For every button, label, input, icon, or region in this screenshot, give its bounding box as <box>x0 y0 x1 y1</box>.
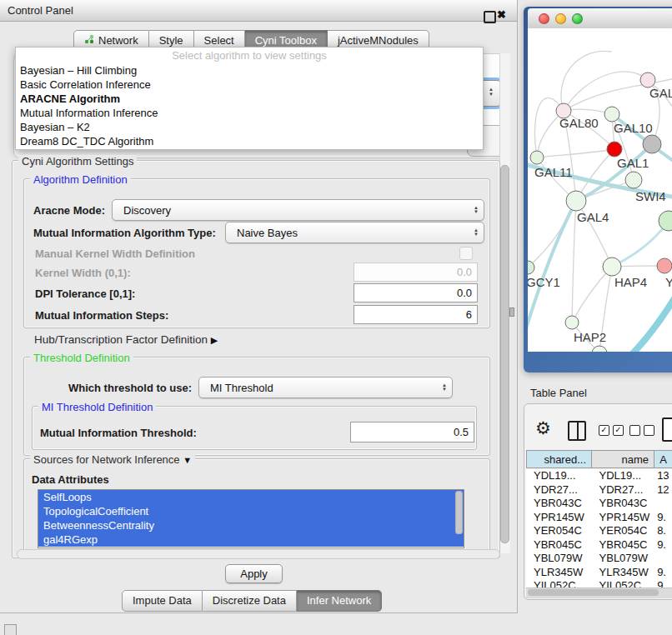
aracne-mode-value: Discovery <box>123 204 171 217</box>
network-node-gal[interactable]: GAL <box>640 72 672 100</box>
network-node-y[interactable]: Y <box>657 258 672 289</box>
network-node[interactable] <box>659 211 672 231</box>
splitter-grip[interactable] <box>509 308 514 317</box>
mi-steps-label: Mutual Information Steps: <box>35 309 168 322</box>
table-row[interactable]: YER054CYER054C8. <box>526 524 672 538</box>
select-all-checkboxes-icon[interactable]: ✓✓ <box>599 425 624 436</box>
table-cell: YBL079W <box>592 552 654 566</box>
dpi-tolerance-label: DPI Tolerance [0,1]: <box>35 288 135 300</box>
network-node[interactable] <box>643 135 661 153</box>
table-row[interactable]: YBL079WYBL079W <box>526 552 672 566</box>
network-canvas[interactable]: GALGAL80GAL10GAL1GAL11SWI4GAL4GCY1HAP4YH… <box>528 28 672 352</box>
settings-scrollbar-thumb[interactable] <box>500 165 509 543</box>
network-node-gcy1[interactable]: GCY1 <box>528 261 560 289</box>
table-row[interactable]: YBR045CYBR045C9. <box>526 538 672 552</box>
data-attributes-list[interactable]: SelfLoopsTopologicalCoefficientBetweenne… <box>38 489 464 548</box>
network-node-swi4[interactable]: SWI4 <box>625 172 666 203</box>
node-label: GAL11 <box>534 165 573 179</box>
manual-kernel-label: Manual Kernel Width Definition <box>35 248 195 260</box>
which-threshold-value: MI Threshold <box>210 382 273 394</box>
deselect-all-checkboxes-icon[interactable] <box>629 425 654 436</box>
apply-button[interactable]: Apply <box>225 564 283 583</box>
mi-steps-field[interactable]: 6 <box>354 305 478 324</box>
node-label: HAP2 <box>574 330 606 344</box>
manual-kernel-checkbox <box>459 247 473 260</box>
network-nodes: GALGAL80GAL10GAL1GAL11SWI4GAL4GCY1HAP4YH… <box>528 72 672 352</box>
algorithm-option[interactable]: ARACNE Algorithm <box>16 92 483 106</box>
tab-impute-data[interactable]: Impute Data <box>122 590 203 612</box>
network-node[interactable] <box>592 346 607 352</box>
table-row[interactable]: YBR043CYBR043C <box>526 497 672 511</box>
table-cell: 9. <box>654 566 672 580</box>
data-attributes-label: Data Attributes <box>32 473 109 486</box>
close-icon[interactable]: ✖ <box>497 8 506 21</box>
chevron-right-icon: ▶ <box>211 335 218 345</box>
node-label: Y <box>665 275 672 289</box>
tab-discretize-data[interactable]: Discretize Data <box>203 590 297 612</box>
node-label: GAL1 <box>617 156 649 170</box>
which-threshold-label: Which threshold to use: <box>68 382 192 394</box>
close-traffic-light-icon[interactable] <box>539 13 549 24</box>
minimize-traffic-light-icon[interactable] <box>555 13 566 24</box>
column-header[interactable]: name <box>592 450 654 468</box>
table-row[interactable]: YDL19...YDL19...13 <box>526 469 672 483</box>
network-node-gal10[interactable]: GAL10 <box>604 107 653 135</box>
tab-label: Select <box>204 34 234 47</box>
table-row[interactable]: YPR145WYPR145W9. <box>526 511 672 525</box>
algorithm-option[interactable]: Dream8 DC_TDC Algorithm <box>16 134 483 148</box>
settings-horizontal-scrollbar[interactable] <box>17 549 500 559</box>
tab-label: Cyni Toolbox <box>255 34 317 47</box>
table-rows: YDL19...YDL19...13YDR27...YDR27...12YBR0… <box>526 469 672 588</box>
attribute-list-scrollbar-thumb[interactable] <box>455 491 463 534</box>
network-node-hap2[interactable]: HAP2 <box>565 316 606 344</box>
table-cell <box>654 552 672 566</box>
algorithm-option[interactable]: Bayesian – K2 <box>16 120 483 134</box>
algorithm-option[interactable]: Basic Correlation Inference <box>16 78 483 92</box>
table-cell: YDL19... <box>592 469 654 483</box>
hub-definition-toggle[interactable]: Hub/Transcription Factor Definition ▶ <box>34 333 218 346</box>
column-layout-icon[interactable] <box>568 421 586 441</box>
table-cell: YLR345W <box>526 566 592 580</box>
node-label: GAL <box>649 86 672 100</box>
hub-definition-label: Hub/Transcription Factor Definition <box>34 333 208 346</box>
attribute-list-item[interactable]: gal4RGexp <box>38 532 464 547</box>
node-label: HAP4 <box>614 275 647 289</box>
gear-icon[interactable]: ⚙ <box>535 418 551 438</box>
attribute-list-item[interactable]: SelfLoops <box>38 490 464 504</box>
cyni-settings-title: Cyni Algorithm Settings <box>18 155 137 168</box>
function-builder-icon[interactable] <box>662 418 672 442</box>
dpi-tolerance-field[interactable]: 0.0 <box>354 283 478 302</box>
attribute-list-item[interactable]: BetweennessCentrality <box>38 518 464 532</box>
zoom-traffic-light-icon[interactable] <box>572 13 583 24</box>
stepper-arrows-icon: ▲▼ <box>442 383 447 392</box>
chevron-down-icon: ▼ <box>183 455 192 465</box>
algorithm-option[interactable]: Mutual Information Inference <box>16 106 483 120</box>
network-window-titlebar[interactable] <box>528 8 672 29</box>
mi-type-select[interactable]: Naive Bayes ▲▼ <box>225 222 484 243</box>
table-row[interactable]: YDR27...YDR27...12 <box>526 483 672 498</box>
mi-threshold-field[interactable]: 0.5 <box>350 422 474 442</box>
network-node-gal80[interactable]: GAL80 <box>556 103 599 130</box>
dpi-tolerance-value: 0.0 <box>457 287 472 299</box>
collapsed-panel-icon[interactable] <box>4 624 17 635</box>
aracne-mode-label: Aracne Mode: <box>33 204 105 217</box>
table-row[interactable]: YIL052CYIL052C9 <box>526 579 672 588</box>
bottom-tab-bar: Impute DataDiscretize DataInfer Network <box>122 590 382 612</box>
algorithm-option[interactable]: Bayesian – Hill Climbing <box>16 63 483 78</box>
which-threshold-select[interactable]: MI Threshold ▲▼ <box>198 377 453 398</box>
table-cell: 9 <box>654 579 672 588</box>
aracne-mode-select[interactable]: Discovery ▲▼ <box>112 199 484 221</box>
table-row[interactable]: YLR345WYLR345W9. <box>526 566 672 580</box>
column-header[interactable]: A <box>654 450 672 468</box>
sources-title-toggle[interactable]: Sources for Network Inference ▼ <box>30 453 195 466</box>
column-header[interactable]: shared... <box>526 450 592 468</box>
table-hscrollbar-thumb[interactable] <box>528 589 659 596</box>
attribute-list-item[interactable]: TopologicalCoefficient <box>38 504 464 518</box>
tab-label: Style <box>159 34 183 47</box>
table-cell: YER054C <box>592 524 654 538</box>
tab-infer-network[interactable]: Infer Network <box>297 590 382 612</box>
apply-button-label: Apply <box>240 568 268 580</box>
control-panel-titlebar[interactable]: Control Panel <box>0 0 517 22</box>
table-cell: YPR145W <box>592 511 654 525</box>
float-window-icon[interactable] <box>484 11 496 23</box>
